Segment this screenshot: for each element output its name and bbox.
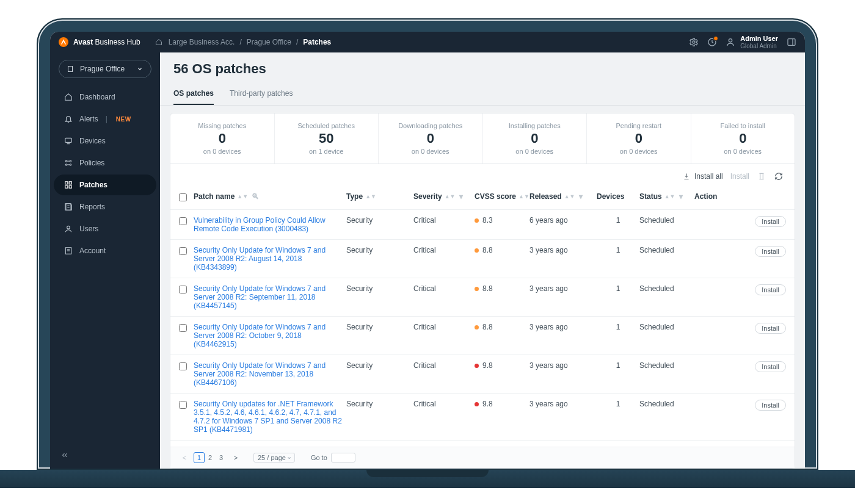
stat-card[interactable]: Failed to install0on 0 devices xyxy=(691,113,795,164)
row-install-button[interactable]: Install xyxy=(755,284,786,295)
filter-icon[interactable]: ▾ xyxy=(459,192,463,201)
dashboard-icon xyxy=(64,92,73,102)
row-checkbox[interactable] xyxy=(179,247,187,255)
patch-status: Scheduled xyxy=(639,400,694,408)
col-severity[interactable]: Severity xyxy=(413,192,442,201)
col-status[interactable]: Status xyxy=(639,192,662,201)
svg-point-25 xyxy=(67,226,70,229)
patch-cvss: 8.3 xyxy=(475,216,529,225)
stat-card[interactable]: Installing patches0on 0 devices xyxy=(483,113,588,164)
patch-devices: 1 xyxy=(597,216,639,225)
row-install-button[interactable]: Install xyxy=(755,361,786,372)
panel-icon[interactable] xyxy=(787,37,796,47)
goto-input[interactable] xyxy=(331,453,355,463)
row-checkbox[interactable] xyxy=(179,362,187,370)
tab-os-patches[interactable]: OS patches xyxy=(173,83,214,105)
sidebar-item-patches[interactable]: Patches xyxy=(54,175,156,195)
sidebar-item-users[interactable]: Users xyxy=(54,218,156,239)
patch-cvss: 8.8 xyxy=(475,284,529,293)
brand: Avast Business Hub xyxy=(59,37,140,47)
patch-cvss: 9.8 xyxy=(475,400,529,408)
patch-devices: 1 xyxy=(597,361,639,370)
col-released[interactable]: Released xyxy=(529,192,562,201)
gear-icon[interactable] xyxy=(689,37,699,47)
refresh-icon[interactable] xyxy=(774,171,784,181)
row-checkbox[interactable] xyxy=(179,286,187,293)
stat-value: 0 xyxy=(695,131,791,146)
stat-card[interactable]: Pending restart0on 0 devices xyxy=(587,113,691,164)
col-cvss[interactable]: CVSS score xyxy=(475,192,516,201)
stat-value: 50 xyxy=(278,131,375,146)
row-install-button[interactable]: Install xyxy=(755,323,786,334)
stat-card[interactable]: Downloading patches0on 0 devices xyxy=(379,113,483,164)
patch-name-link[interactable]: Security Only updates for .NET Framework… xyxy=(194,400,342,434)
patch-status: Scheduled xyxy=(639,361,694,370)
patch-severity: Critical xyxy=(413,361,475,370)
filter-icon[interactable]: ▾ xyxy=(679,192,683,201)
search-icon[interactable]: 🔍︎ xyxy=(252,192,259,201)
stat-label: Failed to install xyxy=(695,122,791,129)
install-all-label: Install all xyxy=(694,172,723,181)
goto-label: Go to xyxy=(311,454,327,461)
install-all-button[interactable]: Install all xyxy=(682,171,723,181)
sort-icon[interactable]: ▲▼ xyxy=(445,195,456,198)
page-size-select[interactable]: 25 / page xyxy=(253,453,295,463)
stat-card[interactable]: Scheduled patches50on 1 device xyxy=(275,113,379,164)
home-icon[interactable] xyxy=(154,37,164,47)
patch-severity: Critical xyxy=(413,216,475,225)
notifications-icon[interactable] xyxy=(707,37,717,47)
row-install-button[interactable]: Install xyxy=(755,246,786,257)
filter-icon[interactable]: ▾ xyxy=(579,192,583,201)
user-menu[interactable]: Admin UserGlobal Admin xyxy=(726,35,778,49)
col-name[interactable]: Patch name xyxy=(194,192,235,201)
patch-name-link[interactable]: Security Only Update for Windows 7 and S… xyxy=(194,361,326,387)
page-number[interactable]: 3 xyxy=(216,452,227,463)
columns-icon[interactable] xyxy=(757,171,766,181)
account-icon xyxy=(64,246,73,256)
patch-released: 6 years ago xyxy=(529,216,597,225)
sidebar-item-label: Devices xyxy=(79,137,106,145)
tab-third-party-patches[interactable]: Third-party patches xyxy=(230,83,293,105)
select-all-checkbox[interactable] xyxy=(179,193,187,201)
breadcrumb-office[interactable]: Prague Office xyxy=(247,38,291,46)
breadcrumb-account[interactable]: Large Business Acc. xyxy=(169,38,235,46)
location-selector[interactable]: Prague Office xyxy=(59,60,151,78)
sort-icon[interactable]: ▲▼ xyxy=(237,195,248,198)
page-next[interactable]: > xyxy=(230,452,241,463)
sidebar-item-alerts[interactable]: Alerts|NEW xyxy=(54,109,156,129)
col-devices[interactable]: Devices xyxy=(597,192,624,201)
patch-name-link[interactable]: Vulnerability in Group Policy Could Allo… xyxy=(194,216,326,233)
patch-name-link[interactable]: Security Only Update for Windows 7 and S… xyxy=(194,284,326,310)
patch-severity: Critical xyxy=(413,400,475,408)
sort-icon[interactable]: ▲▼ xyxy=(365,195,376,198)
page-number[interactable]: 2 xyxy=(205,452,216,463)
patch-name-link[interactable]: Security Only Update for Windows 7 and S… xyxy=(194,323,326,348)
patch-released: 3 years ago xyxy=(529,284,597,293)
col-type[interactable]: Type xyxy=(346,192,363,201)
row-checkbox[interactable] xyxy=(179,401,187,409)
sort-icon[interactable]: ▲▼ xyxy=(518,195,529,198)
svg-rect-21 xyxy=(69,185,71,188)
row-install-button[interactable]: Install xyxy=(755,400,786,411)
sidebar-item-account[interactable]: Account xyxy=(54,240,156,261)
row-checkbox[interactable] xyxy=(179,217,187,225)
sort-icon[interactable]: ▲▼ xyxy=(564,195,575,198)
sidebar-item-devices[interactable]: Devices xyxy=(54,131,156,151)
table-row: Security Only Update for Windows 7 and S… xyxy=(170,278,795,316)
row-install-button[interactable]: Install xyxy=(755,216,786,227)
stat-card[interactable]: Missing patches0on 0 devices xyxy=(170,113,275,164)
install-button: Install xyxy=(730,172,749,181)
svg-point-13 xyxy=(70,160,71,162)
patch-name-link[interactable]: Security Only Update for Windows 7 and S… xyxy=(194,246,326,272)
row-checkbox[interactable] xyxy=(179,324,187,332)
sidebar-collapse[interactable] xyxy=(50,443,160,469)
sidebar-item-policies[interactable]: Policies xyxy=(54,153,156,173)
svg-point-15 xyxy=(70,164,71,165)
sidebar-item-reports[interactable]: Reports xyxy=(54,196,156,217)
patch-devices: 1 xyxy=(597,400,639,408)
sort-icon[interactable]: ▲▼ xyxy=(664,195,675,198)
sidebar-item-dashboard[interactable]: Dashboard xyxy=(54,87,156,107)
stat-value: 0 xyxy=(174,131,271,146)
page-number[interactable]: 1 xyxy=(194,452,205,463)
table-row: Security Only Update for Windows 7 and S… xyxy=(170,355,795,393)
